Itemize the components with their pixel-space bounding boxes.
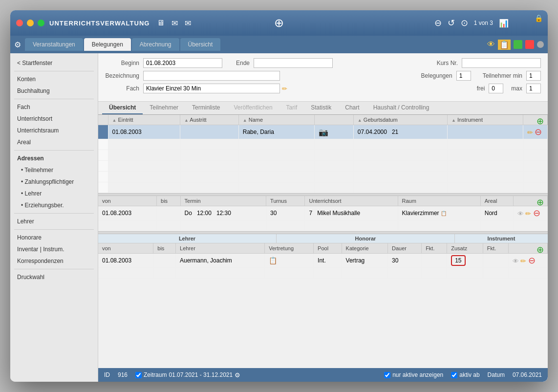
ende-input[interactable] — [254, 58, 333, 68]
eye-icon[interactable]: 👁 — [487, 40, 495, 49]
search-button[interactable]: ⊙ — [461, 18, 468, 28]
kurs-nr-input[interactable] — [462, 58, 541, 68]
edit-schedule-button[interactable]: ✏ — [525, 210, 531, 218]
col-eintritt-sort[interactable]: ▲ Eintritt — [108, 115, 180, 125]
zeitraum-value: 01.07.2021 - 31.12.2021 — [169, 371, 233, 378]
sub-tab-chart[interactable]: Chart — [338, 102, 366, 114]
fach-input[interactable] — [143, 84, 280, 93]
schedule-row[interactable]: 01.08.2003 Do 12:00 12:30 30 7 Mikel Mus… — [98, 206, 548, 220]
edit-teacher-button[interactable]: ✏ — [520, 257, 526, 265]
sub-tab-uebersicht[interactable]: Übersicht — [102, 102, 143, 114]
sub-tab-haushalt[interactable]: Haushalt / Controlling — [366, 102, 436, 114]
sched-col-bis[interactable]: bis — [157, 196, 181, 206]
chart-icon[interactable]: 📊 — [499, 19, 509, 28]
teacher-col-bis[interactable]: bis — [153, 243, 176, 254]
sub-tab-terminliste[interactable]: Terminliste — [185, 102, 227, 114]
nur-aktive-checkbox[interactable] — [384, 372, 390, 378]
minimize-button[interactable] — [27, 20, 34, 26]
monitor-icon[interactable]: 🖥 — [157, 19, 165, 27]
sidebar-item-druckwahl[interactable]: Druckwahl — [10, 271, 98, 283]
sub-tab-statistik[interactable]: Statistik — [304, 102, 338, 114]
sidebar-item-unterrichtsort[interactable]: Unterrichtsort — [10, 113, 98, 125]
teacher-zusatz: 15 — [447, 254, 483, 268]
delete-teacher-button[interactable]: ⊖ — [528, 256, 536, 265]
sidebar-item-korrespondenzen[interactable]: Korrespondenzen — [10, 255, 98, 267]
view-teacher-button[interactable]: 👁 — [513, 258, 519, 265]
sidebar-item-inventar[interactable]: Inventar | Instrum. — [10, 243, 98, 255]
sidebar-item-erziehungsber[interactable]: • Erziehungsber. — [10, 199, 98, 211]
sched-col-termin[interactable]: Termin — [180, 196, 266, 206]
delete-row-button[interactable]: ⊖ — [535, 127, 542, 137]
settings-icon-small[interactable]: ⚙ — [235, 371, 240, 379]
sidebar-item-zahlungspflichtiger[interactable]: • Zahlungspflichtiger — [10, 176, 98, 188]
delete-schedule-button[interactable]: ⊖ — [533, 208, 540, 218]
sched-col-unterrichtsort[interactable]: Unterrichtsort — [305, 196, 398, 206]
sidebar-divider-2 — [14, 99, 94, 99]
maximize-button[interactable] — [38, 20, 44, 26]
bezeichnung-input[interactable] — [143, 71, 280, 81]
sidebar-item-teilnehmer[interactable]: • Teilnehmer — [10, 164, 98, 176]
max-input[interactable] — [526, 84, 541, 93]
belegungen-label: Belegungen — [421, 72, 452, 79]
sidebar-item-honorare[interactable]: Honorare — [10, 232, 98, 243]
frei-input[interactable] — [489, 84, 503, 93]
teacher-row[interactable]: 01.08.2003 Auermann, Joachim 📋 Int. Vert… — [98, 254, 548, 268]
sidebar-item-unterrichtsraum[interactable]: Unterrichtsraum — [10, 125, 98, 136]
tab-veranstaltungen[interactable]: Veranstaltungen — [25, 38, 83, 51]
sub-tab-teilnehmer[interactable]: Teilnehmer — [143, 102, 185, 114]
id-label: ID — [104, 371, 110, 378]
teacher-col-zusatz[interactable]: Zusatz — [447, 243, 483, 254]
belegungen-input[interactable] — [456, 71, 471, 81]
ende-label: Ende — [236, 60, 250, 66]
sidebar-item-buchhaltung[interactable]: Buchhaltung — [10, 85, 98, 97]
teacher-col-lehrer[interactable]: Lehrer — [176, 243, 265, 254]
sidebar-item-lehrer[interactable]: • Lehrer — [10, 188, 98, 199]
beginn-input[interactable] — [143, 58, 222, 68]
col-austritt-sort[interactable]: ▲ Austritt — [180, 115, 238, 125]
teacher-col-fkt1[interactable]: Fkt. — [422, 243, 447, 254]
add-teacher-button[interactable]: ⊕ — [537, 245, 544, 255]
fach-edit-icon[interactable]: ✏ — [282, 85, 287, 92]
table-row[interactable]: 01.08.2003 Rabe, Daria 📷 07.04.2000 21 ✏… — [98, 125, 548, 139]
add-schedule-button[interactable]: ⊕ — [537, 197, 544, 207]
sidebar-item-fach[interactable]: Fach — [10, 101, 98, 113]
refresh-button[interactable]: ↺ — [448, 18, 455, 28]
teacher-col-kategorie[interactable]: Kategorie — [342, 243, 387, 254]
sidebar-item-startfenster[interactable]: < Startfenster — [10, 57, 98, 69]
sched-col-raum[interactable]: Raum — [398, 196, 480, 206]
back-button[interactable]: ⊖ — [434, 18, 442, 28]
teacher-col-dauer[interactable]: Dauer — [387, 243, 421, 254]
teacher-col-fkt2[interactable]: Fkt. — [483, 243, 508, 254]
sched-col-areal[interactable]: Areal — [480, 196, 513, 206]
note-icon[interactable]: 📋 — [498, 40, 511, 50]
mail1-icon[interactable]: ✉ — [172, 19, 178, 28]
edit-row-button[interactable]: ✏ — [527, 129, 533, 136]
add-participant-button[interactable]: ⊕ — [537, 116, 544, 126]
sidebar-item-konten[interactable]: Konten — [10, 73, 98, 85]
tab-abrechnung[interactable]: Abrechnung — [132, 38, 179, 51]
tab-uebersicht[interactable]: Übersicht — [180, 38, 221, 51]
tab-belegungen[interactable]: Belegungen — [84, 38, 131, 51]
add-record-button[interactable]: ⊕ — [274, 16, 284, 29]
col-geburtsdatum-sort[interactable]: ▲ Geburtsdatum — [353, 115, 447, 125]
zeitraum-checkbox[interactable] — [135, 372, 142, 378]
teacher-col-vertretung[interactable]: Vertretung — [265, 243, 314, 254]
sched-col-von[interactable]: von — [98, 196, 157, 206]
cell-photo: 📷 — [314, 125, 353, 139]
teilnehmer-min-input[interactable] — [526, 71, 541, 81]
aktiv-ab-checkbox[interactable] — [451, 372, 457, 378]
close-button[interactable] — [16, 20, 23, 26]
mail2-icon[interactable]: ✉ — [185, 19, 191, 28]
sidebar-item-areal[interactable]: Areal — [10, 136, 98, 148]
sched-col-turnus[interactable]: Turnus — [266, 196, 305, 206]
settings-icon[interactable]: ⚙ — [14, 40, 21, 49]
sidebar-item-lehrer-main[interactable]: Lehrer — [10, 216, 98, 227]
teacher-col-pool[interactable]: Pool — [314, 243, 342, 254]
view-schedule-button[interactable]: 👁 — [517, 210, 524, 218]
sub-tab-veroeffentlichen[interactable]: Veröffentlichen — [227, 102, 279, 114]
col-name-sort[interactable]: ▲ Name — [238, 115, 314, 125]
col-actions — [523, 115, 548, 125]
sub-tab-tarif[interactable]: Tarif — [279, 102, 304, 114]
col-instrument-sort[interactable]: ▲ Instrument — [448, 115, 523, 125]
teacher-col-von[interactable]: von — [98, 243, 153, 254]
